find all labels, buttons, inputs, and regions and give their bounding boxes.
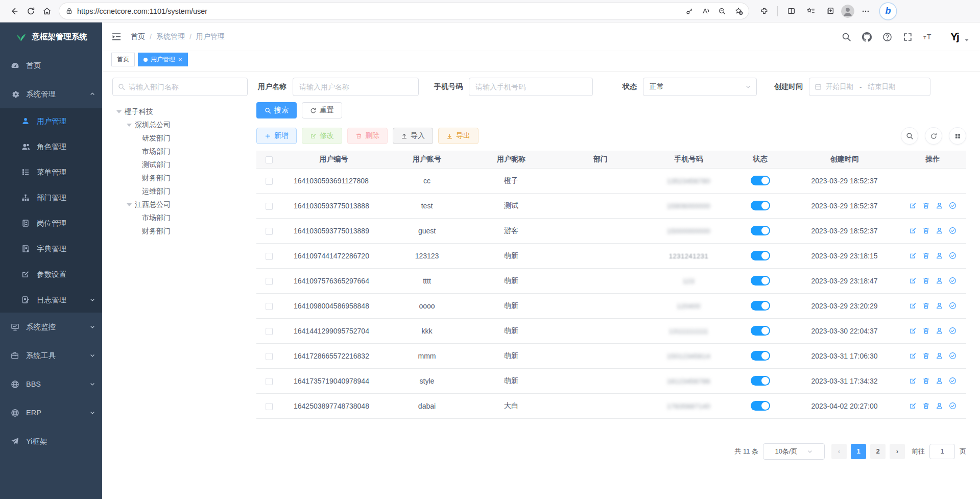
breadcrumb-item-系统管理[interactable]: 系统管理: [156, 32, 185, 41]
edit-user-button[interactable]: [909, 302, 917, 310]
assign-role-button[interactable]: [949, 302, 957, 310]
favorite-add-icon[interactable]: [731, 4, 746, 18]
edit-user-button[interactable]: [909, 252, 917, 259]
assign-role-button[interactable]: [949, 202, 957, 209]
goto-page-input[interactable]: [929, 444, 955, 459]
tree-node-江西总公司[interactable]: 江西总公司: [112, 198, 256, 211]
status-toggle[interactable]: [751, 176, 770, 185]
tree-node-深圳总公司[interactable]: 深圳总公司: [112, 118, 256, 132]
next-page-button[interactable]: ›: [890, 444, 905, 459]
sidebar-item-系统监控[interactable]: 系统监控: [0, 313, 102, 341]
dept-search-input[interactable]: [129, 83, 242, 91]
phone-input[interactable]: [469, 78, 593, 96]
back-icon[interactable]: [6, 3, 22, 19]
github-icon[interactable]: [862, 32, 872, 42]
sidebar-item-ERP[interactable]: ERP: [0, 398, 102, 427]
prev-page-button[interactable]: ‹: [831, 444, 847, 459]
table-search-toggle-button[interactable]: [901, 127, 918, 145]
reset-password-button[interactable]: [936, 202, 943, 209]
sidebar-item-系统管理[interactable]: 系统管理: [0, 80, 102, 108]
edit-user-button[interactable]: [909, 352, 917, 360]
sidebar-item-BBS[interactable]: BBS: [0, 370, 102, 398]
export-button[interactable]: 导出: [438, 128, 479, 144]
reset-password-button[interactable]: [936, 302, 943, 310]
sidebar-item-用户管理[interactable]: 用户管理: [0, 108, 102, 134]
browser-profile-avatar[interactable]: [841, 5, 854, 18]
modify-button[interactable]: 修改: [302, 128, 342, 144]
reset-password-button[interactable]: [936, 352, 943, 360]
status-toggle[interactable]: [751, 226, 770, 235]
assign-role-button[interactable]: [949, 227, 957, 234]
assign-role-button[interactable]: [949, 327, 957, 335]
edit-user-button[interactable]: [909, 402, 917, 410]
reset-button[interactable]: 重置: [302, 102, 342, 118]
dept-search-box[interactable]: [112, 78, 248, 96]
tree-node-测试部门[interactable]: 测试部门: [112, 158, 256, 172]
reset-password-button[interactable]: [936, 252, 943, 259]
copilot-icon[interactable]: b: [880, 3, 896, 19]
delete-user-button[interactable]: [922, 252, 930, 259]
row-checkbox[interactable]: [266, 303, 273, 310]
split-screen-icon[interactable]: [783, 3, 799, 19]
row-checkbox[interactable]: [266, 228, 273, 235]
tree-node-研发部门[interactable]: 研发部门: [112, 132, 256, 145]
delete-user-button[interactable]: [922, 227, 930, 234]
help-icon[interactable]: [882, 32, 892, 42]
breadcrumb-item-首页[interactable]: 首页: [131, 32, 145, 41]
sidebar-item-岗位管理[interactable]: 岗位管理: [0, 210, 102, 236]
font-size-icon[interactable]: TT: [923, 32, 933, 42]
tree-node-市场部门[interactable]: 市场部门: [112, 145, 256, 158]
sidebar-item-系统工具[interactable]: 系统工具: [0, 341, 102, 370]
reset-password-button[interactable]: [936, 377, 943, 385]
sidebar-item-角色管理[interactable]: 角色管理: [0, 134, 102, 159]
breadcrumb-item-用户管理[interactable]: 用户管理: [196, 32, 225, 41]
row-checkbox[interactable]: [266, 378, 273, 385]
page-button-1[interactable]: 1: [851, 444, 866, 459]
delete-user-button[interactable]: [922, 352, 930, 360]
status-toggle[interactable]: [751, 276, 770, 286]
assign-role-button[interactable]: [949, 277, 957, 284]
sidebar-item-菜单管理[interactable]: 菜单管理: [0, 159, 102, 185]
reset-password-button[interactable]: [936, 227, 943, 234]
status-toggle[interactable]: [751, 376, 770, 386]
tab-用户管理[interactable]: 用户管理×: [138, 53, 188, 66]
edit-user-button[interactable]: [909, 277, 917, 284]
assign-role-button[interactable]: [949, 402, 957, 410]
page-button-2[interactable]: 2: [870, 444, 886, 459]
favorites-bar-icon[interactable]: [802, 3, 819, 19]
delete-user-button[interactable]: [922, 302, 930, 310]
password-key-icon[interactable]: [682, 4, 697, 18]
more-options-icon[interactable]: [857, 3, 874, 19]
row-checkbox[interactable]: [266, 203, 273, 210]
sidebar-item-字典管理[interactable]: 字典管理: [0, 236, 102, 262]
tree-node-财务部门[interactable]: 财务部门: [112, 172, 256, 185]
caret-down-icon[interactable]: [127, 203, 132, 206]
add-button[interactable]: 新增: [256, 128, 297, 144]
status-toggle[interactable]: [751, 201, 770, 210]
caret-down-icon[interactable]: [116, 110, 122, 113]
edit-user-button[interactable]: [909, 327, 917, 335]
tree-node-运维部门[interactable]: 运维部门: [112, 185, 256, 198]
column-settings-button[interactable]: [949, 127, 966, 145]
edit-user-button[interactable]: [909, 227, 917, 234]
assign-role-button[interactable]: [949, 377, 957, 385]
sidebar-item-Yi框架[interactable]: Yi框架: [0, 427, 102, 456]
sidebar-item-部门管理[interactable]: 部门管理: [0, 185, 102, 210]
home-icon[interactable]: [39, 3, 55, 19]
date-range-picker[interactable]: 开始日期 - 结束日期: [809, 78, 930, 96]
status-toggle[interactable]: [751, 326, 770, 336]
url-text[interactable]: https://ccnetcore.com:1101/system/user: [77, 7, 207, 15]
tree-node-市场部门[interactable]: 市场部门: [112, 211, 256, 225]
select-all-checkbox[interactable]: [266, 156, 273, 163]
assign-role-button[interactable]: [949, 352, 957, 360]
edit-user-button[interactable]: [909, 202, 917, 209]
row-checkbox[interactable]: [266, 178, 273, 185]
row-checkbox[interactable]: [266, 353, 273, 360]
tree-node-橙子科技[interactable]: 橙子科技: [112, 105, 256, 118]
close-icon[interactable]: ×: [178, 56, 182, 63]
status-toggle[interactable]: [751, 401, 770, 411]
delete-user-button[interactable]: [922, 277, 930, 284]
row-checkbox[interactable]: [266, 328, 273, 335]
status-select[interactable]: 正常: [643, 78, 757, 96]
extensions-icon[interactable]: [756, 3, 772, 19]
